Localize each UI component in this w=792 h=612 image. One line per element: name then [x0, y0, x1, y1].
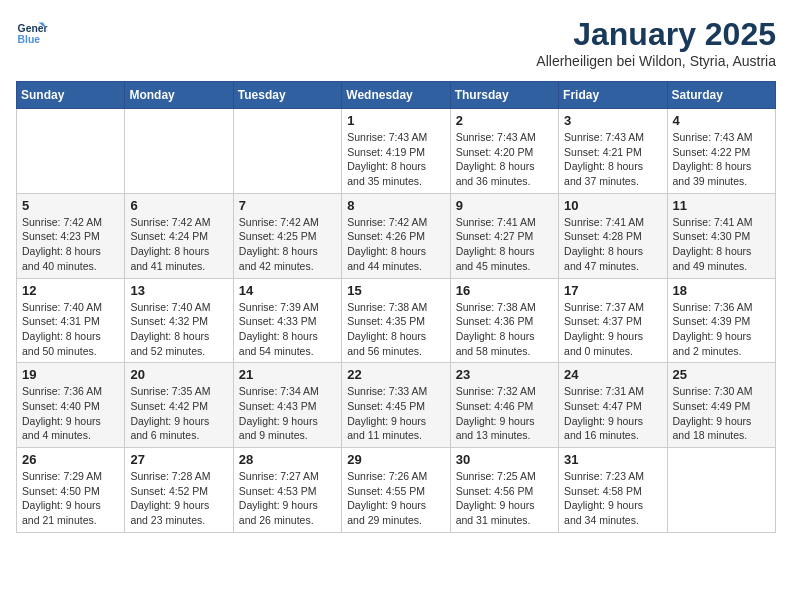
calendar-cell: [17, 109, 125, 194]
calendar-cell: 15Sunrise: 7:38 AMSunset: 4:35 PMDayligh…: [342, 278, 450, 363]
day-info: Sunrise: 7:25 AMSunset: 4:56 PMDaylight:…: [456, 469, 553, 528]
day-info: Sunrise: 7:43 AMSunset: 4:22 PMDaylight:…: [673, 130, 770, 189]
day-info: Sunrise: 7:42 AMSunset: 4:23 PMDaylight:…: [22, 215, 119, 274]
day-info: Sunrise: 7:33 AMSunset: 4:45 PMDaylight:…: [347, 384, 444, 443]
day-info: Sunrise: 7:35 AMSunset: 4:42 PMDaylight:…: [130, 384, 227, 443]
day-number: 28: [239, 452, 336, 467]
calendar-cell: 31Sunrise: 7:23 AMSunset: 4:58 PMDayligh…: [559, 448, 667, 533]
calendar-cell: 19Sunrise: 7:36 AMSunset: 4:40 PMDayligh…: [17, 363, 125, 448]
day-number: 26: [22, 452, 119, 467]
title-block: January 2025 Allerheiligen bei Wildon, S…: [536, 16, 776, 69]
calendar-cell: 1Sunrise: 7:43 AMSunset: 4:19 PMDaylight…: [342, 109, 450, 194]
calendar-cell: 9Sunrise: 7:41 AMSunset: 4:27 PMDaylight…: [450, 193, 558, 278]
day-number: 27: [130, 452, 227, 467]
calendar-cell: [667, 448, 775, 533]
day-info: Sunrise: 7:36 AMSunset: 4:40 PMDaylight:…: [22, 384, 119, 443]
day-info: Sunrise: 7:42 AMSunset: 4:26 PMDaylight:…: [347, 215, 444, 274]
calendar-cell: 7Sunrise: 7:42 AMSunset: 4:25 PMDaylight…: [233, 193, 341, 278]
day-number: 13: [130, 283, 227, 298]
page-header: General Blue January 2025 Allerheiligen …: [16, 16, 776, 69]
calendar-cell: 12Sunrise: 7:40 AMSunset: 4:31 PMDayligh…: [17, 278, 125, 363]
weekday-header-monday: Monday: [125, 82, 233, 109]
day-info: Sunrise: 7:41 AMSunset: 4:27 PMDaylight:…: [456, 215, 553, 274]
day-info: Sunrise: 7:42 AMSunset: 4:25 PMDaylight:…: [239, 215, 336, 274]
day-info: Sunrise: 7:43 AMSunset: 4:19 PMDaylight:…: [347, 130, 444, 189]
week-row-2: 5Sunrise: 7:42 AMSunset: 4:23 PMDaylight…: [17, 193, 776, 278]
day-number: 31: [564, 452, 661, 467]
calendar-cell: 18Sunrise: 7:36 AMSunset: 4:39 PMDayligh…: [667, 278, 775, 363]
weekday-header-row: SundayMondayTuesdayWednesdayThursdayFrid…: [17, 82, 776, 109]
day-info: Sunrise: 7:41 AMSunset: 4:28 PMDaylight:…: [564, 215, 661, 274]
day-info: Sunrise: 7:32 AMSunset: 4:46 PMDaylight:…: [456, 384, 553, 443]
calendar-cell: 5Sunrise: 7:42 AMSunset: 4:23 PMDaylight…: [17, 193, 125, 278]
day-number: 8: [347, 198, 444, 213]
calendar-cell: 21Sunrise: 7:34 AMSunset: 4:43 PMDayligh…: [233, 363, 341, 448]
day-number: 19: [22, 367, 119, 382]
calendar-cell: 16Sunrise: 7:38 AMSunset: 4:36 PMDayligh…: [450, 278, 558, 363]
week-row-1: 1Sunrise: 7:43 AMSunset: 4:19 PMDaylight…: [17, 109, 776, 194]
day-info: Sunrise: 7:43 AMSunset: 4:20 PMDaylight:…: [456, 130, 553, 189]
calendar-cell: 11Sunrise: 7:41 AMSunset: 4:30 PMDayligh…: [667, 193, 775, 278]
calendar-cell: 25Sunrise: 7:30 AMSunset: 4:49 PMDayligh…: [667, 363, 775, 448]
day-number: 30: [456, 452, 553, 467]
day-number: 23: [456, 367, 553, 382]
calendar-cell: 2Sunrise: 7:43 AMSunset: 4:20 PMDaylight…: [450, 109, 558, 194]
day-info: Sunrise: 7:43 AMSunset: 4:21 PMDaylight:…: [564, 130, 661, 189]
day-number: 21: [239, 367, 336, 382]
day-number: 22: [347, 367, 444, 382]
day-info: Sunrise: 7:23 AMSunset: 4:58 PMDaylight:…: [564, 469, 661, 528]
day-number: 4: [673, 113, 770, 128]
calendar-cell: 14Sunrise: 7:39 AMSunset: 4:33 PMDayligh…: [233, 278, 341, 363]
day-number: 24: [564, 367, 661, 382]
weekday-header-tuesday: Tuesday: [233, 82, 341, 109]
logo-icon: General Blue: [16, 16, 48, 48]
calendar-cell: 29Sunrise: 7:26 AMSunset: 4:55 PMDayligh…: [342, 448, 450, 533]
calendar-cell: 3Sunrise: 7:43 AMSunset: 4:21 PMDaylight…: [559, 109, 667, 194]
calendar-cell: 27Sunrise: 7:28 AMSunset: 4:52 PMDayligh…: [125, 448, 233, 533]
day-number: 18: [673, 283, 770, 298]
day-info: Sunrise: 7:37 AMSunset: 4:37 PMDaylight:…: [564, 300, 661, 359]
day-info: Sunrise: 7:26 AMSunset: 4:55 PMDaylight:…: [347, 469, 444, 528]
day-number: 12: [22, 283, 119, 298]
day-info: Sunrise: 7:42 AMSunset: 4:24 PMDaylight:…: [130, 215, 227, 274]
calendar-cell: 26Sunrise: 7:29 AMSunset: 4:50 PMDayligh…: [17, 448, 125, 533]
day-info: Sunrise: 7:38 AMSunset: 4:35 PMDaylight:…: [347, 300, 444, 359]
week-row-3: 12Sunrise: 7:40 AMSunset: 4:31 PMDayligh…: [17, 278, 776, 363]
week-row-4: 19Sunrise: 7:36 AMSunset: 4:40 PMDayligh…: [17, 363, 776, 448]
day-info: Sunrise: 7:36 AMSunset: 4:39 PMDaylight:…: [673, 300, 770, 359]
day-number: 15: [347, 283, 444, 298]
day-info: Sunrise: 7:40 AMSunset: 4:32 PMDaylight:…: [130, 300, 227, 359]
svg-text:Blue: Blue: [18, 34, 41, 45]
weekday-header-sunday: Sunday: [17, 82, 125, 109]
weekday-header-thursday: Thursday: [450, 82, 558, 109]
calendar-cell: 10Sunrise: 7:41 AMSunset: 4:28 PMDayligh…: [559, 193, 667, 278]
calendar-cell: 30Sunrise: 7:25 AMSunset: 4:56 PMDayligh…: [450, 448, 558, 533]
day-number: 9: [456, 198, 553, 213]
day-number: 3: [564, 113, 661, 128]
day-number: 25: [673, 367, 770, 382]
day-number: 2: [456, 113, 553, 128]
day-number: 10: [564, 198, 661, 213]
calendar-cell: [233, 109, 341, 194]
day-number: 14: [239, 283, 336, 298]
day-info: Sunrise: 7:40 AMSunset: 4:31 PMDaylight:…: [22, 300, 119, 359]
week-row-5: 26Sunrise: 7:29 AMSunset: 4:50 PMDayligh…: [17, 448, 776, 533]
day-info: Sunrise: 7:30 AMSunset: 4:49 PMDaylight:…: [673, 384, 770, 443]
day-number: 20: [130, 367, 227, 382]
logo: General Blue: [16, 16, 48, 48]
day-info: Sunrise: 7:29 AMSunset: 4:50 PMDaylight:…: [22, 469, 119, 528]
day-info: Sunrise: 7:41 AMSunset: 4:30 PMDaylight:…: [673, 215, 770, 274]
location: Allerheiligen bei Wildon, Styria, Austri…: [536, 53, 776, 69]
day-number: 7: [239, 198, 336, 213]
calendar-table: SundayMondayTuesdayWednesdayThursdayFrid…: [16, 81, 776, 533]
day-number: 6: [130, 198, 227, 213]
calendar-cell: 6Sunrise: 7:42 AMSunset: 4:24 PMDaylight…: [125, 193, 233, 278]
weekday-header-saturday: Saturday: [667, 82, 775, 109]
day-number: 29: [347, 452, 444, 467]
calendar-cell: [125, 109, 233, 194]
weekday-header-wednesday: Wednesday: [342, 82, 450, 109]
day-info: Sunrise: 7:39 AMSunset: 4:33 PMDaylight:…: [239, 300, 336, 359]
day-info: Sunrise: 7:34 AMSunset: 4:43 PMDaylight:…: [239, 384, 336, 443]
weekday-header-friday: Friday: [559, 82, 667, 109]
calendar-cell: 24Sunrise: 7:31 AMSunset: 4:47 PMDayligh…: [559, 363, 667, 448]
